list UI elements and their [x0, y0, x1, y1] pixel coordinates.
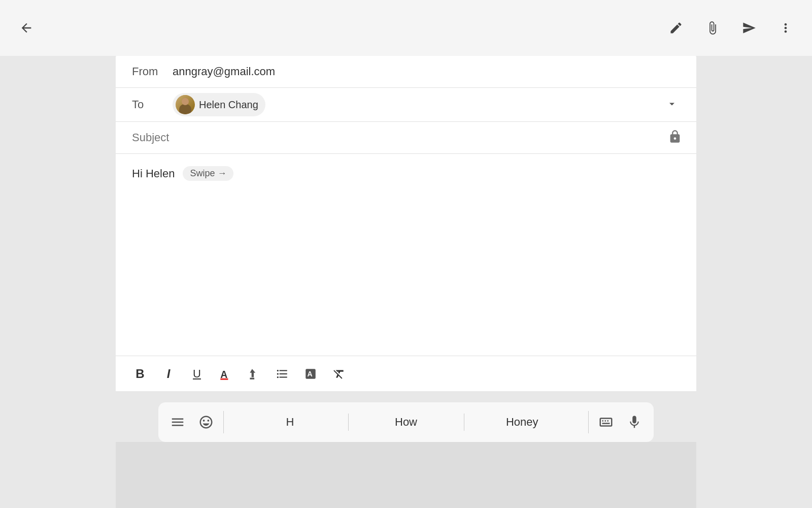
more-options-button[interactable]	[775, 18, 796, 38]
subject-row	[116, 122, 696, 154]
voice-input-button[interactable]	[623, 411, 646, 433]
more-options-icon	[779, 21, 793, 35]
swipe-suggestion[interactable]: Swipe →	[183, 166, 233, 181]
top-bar-left	[16, 18, 37, 38]
recipient-avatar	[176, 95, 195, 114]
attach-icon	[705, 21, 720, 35]
from-row: From anngray@gmail.com	[116, 56, 696, 88]
list-icon	[276, 367, 289, 380]
keyboard-suggestion-bar: H How Honey	[158, 402, 654, 442]
format-toolbar: B I U A A	[116, 356, 696, 391]
back-icon	[19, 21, 33, 35]
keyboard-toggle-button[interactable]	[595, 411, 617, 433]
right-sidebar	[696, 56, 812, 508]
keyboard-right-icons	[580, 411, 654, 433]
clear-format-button[interactable]	[327, 362, 351, 386]
keyboard-menu-button[interactable]	[166, 411, 189, 433]
svg-text:A: A	[220, 368, 227, 379]
text-color-icon: A	[219, 367, 232, 380]
back-button[interactable]	[16, 18, 37, 38]
body-text-content: Hi Helen	[132, 167, 175, 180]
keyboard-area	[116, 442, 696, 508]
to-expand-button[interactable]	[662, 94, 682, 116]
from-address: anngray@gmail.com	[173, 65, 275, 78]
compose-area: From anngray@gmail.com To Helen Chang Hi	[116, 56, 696, 391]
swipe-label: Swipe →	[190, 168, 226, 179]
recipient-name: Helen Chang	[199, 99, 258, 111]
subject-input[interactable]	[132, 131, 680, 144]
keyboard-right-divider	[588, 411, 589, 433]
left-sidebar	[0, 56, 116, 508]
bold-button[interactable]: B	[128, 362, 152, 386]
body-content: Hi Helen Swipe →	[132, 166, 680, 181]
from-label: From	[132, 65, 173, 78]
format-text-icon: A	[304, 367, 317, 380]
send-button[interactable]	[739, 18, 759, 38]
text-color-button[interactable]: A	[213, 362, 238, 386]
keyboard-suggestions: H How Honey	[232, 411, 580, 433]
suggestion-h[interactable]: H	[232, 411, 348, 433]
microphone-icon	[627, 415, 642, 430]
highlight-icon	[247, 367, 260, 380]
recipient-chip[interactable]: Helen Chang	[173, 93, 265, 116]
highlight-button[interactable]	[242, 362, 266, 386]
to-row: To Helen Chang	[116, 88, 696, 122]
send-icon	[742, 21, 756, 35]
format-text-button[interactable]: A	[298, 362, 323, 386]
to-label: To	[132, 98, 173, 111]
keyboard-left-divider	[223, 411, 224, 433]
top-bar	[0, 0, 812, 56]
keyboard-icon	[598, 415, 614, 430]
avatar-image	[176, 95, 195, 114]
suggestion-honey[interactable]: Honey	[464, 411, 580, 433]
attach-button[interactable]	[702, 18, 723, 38]
italic-button[interactable]: I	[156, 362, 181, 386]
draw-icon	[669, 21, 683, 35]
emoji-icon	[198, 415, 214, 430]
lock-svg	[668, 130, 682, 144]
body-area[interactable]: Hi Helen Swipe →	[116, 154, 696, 193]
list-button[interactable]	[270, 362, 294, 386]
svg-rect-2	[250, 377, 254, 379]
svg-text:A: A	[308, 370, 313, 378]
chevron-down-icon	[666, 98, 678, 110]
lock-icon	[668, 130, 682, 146]
keyboard-left-icons	[158, 411, 232, 433]
underline-button[interactable]: U	[185, 362, 209, 386]
emoji-button[interactable]	[195, 411, 217, 433]
svg-rect-1	[220, 378, 228, 379]
top-bar-actions	[666, 18, 796, 38]
clear-format-icon	[332, 367, 346, 380]
menu-icon	[170, 415, 185, 430]
suggestion-how[interactable]: How	[348, 411, 464, 433]
draw-button[interactable]	[666, 18, 686, 38]
